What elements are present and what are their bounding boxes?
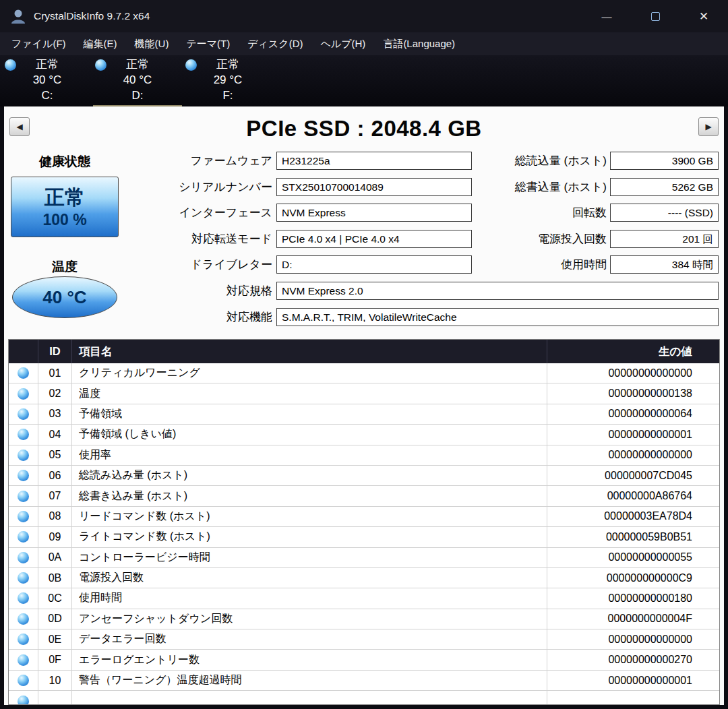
table-row[interactable]: 0C使用時間00000000000180 (9, 588, 719, 609)
drive-status-orb-icon (185, 59, 197, 71)
attr-name: 総読み込み量 (ホスト) (72, 466, 547, 485)
table-row[interactable]: 07総書き込み量 (ホスト)00000000A86764 (9, 486, 719, 506)
attr-raw-value: 00000000A86764 (547, 490, 719, 502)
power-on-hours-value: 384 時間 (610, 255, 719, 274)
table-row[interactable]: 0Dアンセーフシャットダウン回数0000000000004F (9, 609, 719, 629)
host-writes-label: 総書込量 (ホスト) (515, 178, 607, 197)
maximize-button[interactable] (631, 0, 679, 32)
drive-letter: F: (183, 88, 272, 103)
attr-raw-value: 00000000000000 (547, 449, 719, 461)
table-row[interactable]: 05使用率00000000000000 (9, 445, 719, 466)
status-orb-cell (9, 691, 38, 705)
status-orb-icon (18, 613, 29, 625)
attr-name: アンセーフシャットダウン回数 (72, 609, 547, 629)
window-controls: — ✕ (582, 0, 728, 32)
status-orb-icon (18, 634, 29, 645)
status-orb-cell (9, 588, 38, 608)
status-orb-icon (18, 531, 29, 543)
status-orb-icon (18, 572, 29, 584)
health-status-label: 健康状態 (9, 154, 120, 170)
status-orb-cell (9, 629, 38, 649)
temperature-label: 温度 (9, 259, 120, 275)
raw-value-column-header: 生の値 (547, 344, 719, 359)
menu-item-file[interactable]: ファイル(F) (3, 32, 75, 55)
status-orb-cell (9, 527, 38, 547)
app-icon (9, 7, 27, 25)
menu-item-edit[interactable]: 編集(E) (75, 32, 126, 55)
attr-name: 予備領域 (72, 404, 547, 424)
rotation-rate-value: ---- (SSD) (610, 204, 719, 222)
host-reads-label: 総読込量 (ホスト) (515, 152, 607, 171)
table-row[interactable]: 10警告（ワーニング）温度超過時間00000000000001 (9, 671, 719, 691)
table-row[interactable]: 0Aコントローラービジー時間00000000000055 (9, 548, 719, 568)
status-orb-icon (18, 388, 29, 400)
transfer-mode-value: PCIe 4.0 x4 | PCIe 4.0 x4 (276, 230, 472, 248)
drive-tab-F[interactable]: 正常29 °CF: (183, 57, 272, 105)
table-row[interactable]: 0Eデータエラー回数00000000000000 (9, 629, 719, 650)
serial-number-value: STX25010700014089 (276, 178, 472, 196)
attr-id: 0A (38, 548, 72, 567)
status-orb-cell (9, 609, 38, 629)
menu-item-theme[interactable]: テーマ(T) (177, 32, 239, 55)
status-orb-cell (9, 445, 38, 465)
drive-temperature: 29 °C (183, 72, 272, 88)
menu-bar: ファイル(F)編集(E)機能(U)テーマ(T)ディスク(D)ヘルプ(H)言語(L… (0, 32, 728, 55)
menu-item-language[interactable]: 言語(Language) (374, 32, 464, 55)
table-row-partial[interactable] (9, 691, 719, 705)
attr-name: 予備領域 (しきい値) (72, 425, 547, 444)
table-row[interactable]: 02温度00000000000138 (9, 383, 719, 404)
main-panel: ◀ ▶ PCIe SSD : 2048.4 GB 健康状態 正常 100 % 温… (4, 106, 724, 705)
table-row[interactable]: 09ライトコマンド数 (ホスト)000000059B0B51 (9, 527, 719, 547)
attr-id: 0C (38, 588, 72, 608)
status-orb-cell (9, 650, 38, 669)
attr-id: 0E (38, 629, 72, 649)
drive-tab-C[interactable]: 正常30 °CC: (3, 57, 92, 105)
power-on-hours-label: 使用時間 (561, 255, 607, 274)
status-orb-icon (18, 450, 29, 461)
table-row[interactable]: 08リードコマンド数 (ホスト)00000003EA78D4 (9, 507, 719, 527)
standard-value: NVM Express 2.0 (276, 282, 719, 300)
table-row[interactable]: 06総読み込み量 (ホスト)000000007CD045 (9, 466, 719, 486)
title-bar: CrystalDiskInfo 9.7.2 x64 — ✕ (0, 0, 728, 32)
table-row[interactable]: 01クリティカルワーニング00000000000000 (9, 363, 719, 383)
menu-item-function[interactable]: 機能(U) (126, 32, 178, 55)
firmware-label: ファームウェア (191, 152, 272, 171)
status-orb-icon (18, 429, 29, 440)
status-orb-cell (9, 383, 38, 403)
close-button[interactable]: ✕ (679, 0, 728, 32)
attr-id: 04 (38, 425, 72, 444)
status-column-header (9, 340, 38, 363)
attr-raw-value: 000000007CD045 (547, 470, 719, 482)
attr-raw-value: 00000000000000 (547, 634, 719, 646)
attr-raw-value: 00000000000055 (547, 551, 719, 563)
table-row[interactable]: 0B電源投入回数000000000000C9 (9, 568, 719, 588)
health-status-box[interactable]: 正常 100 % (11, 177, 119, 237)
standard-label: 対応規格 (226, 282, 272, 301)
smart-table: ID 項目名 生の値 01クリティカルワーニング0000000000000002… (8, 339, 720, 705)
interface-value: NVM Express (276, 204, 472, 222)
power-on-count-value: 201 回 (610, 230, 719, 248)
minimize-button[interactable]: — (582, 0, 631, 32)
status-orb-icon (18, 696, 29, 705)
table-row[interactable]: 04予備領域 (しきい値)00000000000001 (9, 425, 719, 445)
attr-name: 総書き込み量 (ホスト) (72, 486, 547, 505)
drive-letter-label: ドライブレター (191, 255, 272, 274)
drive-tab-D[interactable]: 正常40 °CD: (93, 57, 182, 105)
table-row[interactable]: 0Fエラーログエントリー数00000000000270 (9, 650, 719, 670)
status-orb-icon (18, 408, 29, 420)
temperature-badge[interactable]: 40 °C (12, 276, 117, 318)
attr-name: ライトコマンド数 (ホスト) (72, 527, 547, 547)
attr-id: 05 (38, 445, 72, 465)
status-orb-icon (18, 552, 29, 563)
attr-name: エラーログエントリー数 (72, 650, 547, 669)
table-row[interactable]: 03予備領域00000000000064 (9, 404, 719, 425)
attr-name: 使用時間 (72, 588, 547, 608)
status-orb-cell (9, 486, 38, 505)
attr-raw-value: 000000059B0B51 (547, 531, 719, 543)
status-orb-icon (18, 675, 29, 686)
menu-item-help[interactable]: ヘルプ(H) (311, 32, 374, 55)
menu-item-disk[interactable]: ディスク(D) (239, 32, 311, 55)
status-orb-cell (9, 425, 38, 444)
attr-raw-value: 00000000000270 (547, 654, 719, 666)
attr-name: コントローラービジー時間 (72, 548, 547, 567)
